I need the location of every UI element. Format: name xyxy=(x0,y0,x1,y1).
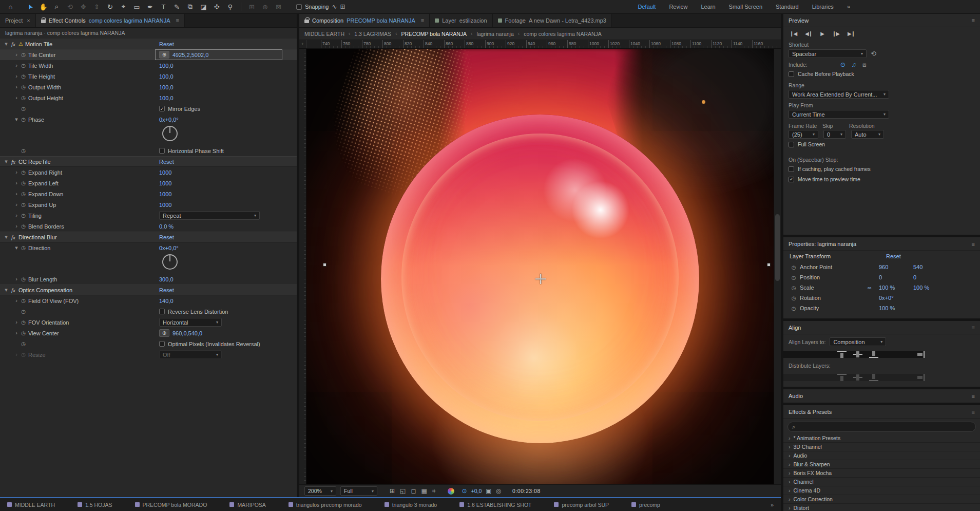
brush-tool-button[interactable]: ✎ xyxy=(170,1,183,12)
composition-canvas[interactable] xyxy=(306,49,774,484)
param-mirror-edges[interactable]: ◷✓Mirror Edges xyxy=(0,103,297,114)
twirl-icon[interactable]: › xyxy=(13,276,20,282)
panel-menu-icon[interactable]: ≡ xyxy=(972,393,975,399)
eraser-tool-button[interactable]: ◪ xyxy=(197,1,210,12)
stopwatch-icon[interactable]: ◷ xyxy=(20,330,27,336)
param-tile-height[interactable]: ›◷Tile Height100,0 xyxy=(0,71,297,82)
stopwatch-icon[interactable]: ◷ xyxy=(20,73,27,79)
snapping-toggle[interactable]: Snapping ∿ ⊞ xyxy=(296,3,345,10)
param-tile-width[interactable]: ›◷Tile Width100,0 xyxy=(0,60,297,71)
exposure-value[interactable]: +0,0 xyxy=(471,488,482,494)
preset-category-distort[interactable]: ›Distort xyxy=(783,504,980,511)
value-field[interactable]: 1000 xyxy=(159,169,171,176)
property-anchor-point[interactable]: ◷Anchor Point960540 xyxy=(783,262,980,272)
preset-category-boris-fx-mocha[interactable]: ›Boris FX Mocha xyxy=(783,469,980,478)
pixel-aspect-icon[interactable]: ⌗ xyxy=(432,487,436,495)
value-field[interactable]: 0x+0° xyxy=(879,295,894,301)
stopwatch-icon[interactable]: ◷ xyxy=(790,264,798,270)
stopwatch-icon[interactable]: ◷ xyxy=(20,309,27,314)
scrollbar-thumb[interactable] xyxy=(775,214,780,281)
cache-before-playback-checkbox[interactable]: Cache Before Playback xyxy=(783,69,980,79)
checkbox-box[interactable] xyxy=(159,341,165,347)
workspace-small-screen[interactable]: Small Screen xyxy=(729,4,762,10)
selection-tool-button[interactable]: ➤ xyxy=(24,1,36,12)
clone-stamp-tool-button[interactable]: ⧉ xyxy=(184,1,197,12)
value-field[interactable]: 300,0 xyxy=(159,276,174,282)
value-field[interactable]: 960,0,540,0 xyxy=(172,330,202,336)
roto-brush-tool-button[interactable]: ✣ xyxy=(210,1,223,12)
align-bottom-button[interactable] xyxy=(868,350,879,358)
twirl-icon[interactable]: › xyxy=(13,73,20,79)
next-frame-button[interactable]: ❙▶ xyxy=(832,31,839,36)
local-axis-button[interactable]: ⊞ xyxy=(245,1,258,12)
value-field[interactable]: 100,0 xyxy=(159,73,174,80)
view-axis-button[interactable]: ⊠ xyxy=(272,1,285,12)
twirl-down-icon[interactable]: ▾ xyxy=(3,287,9,293)
param-expand-down[interactable]: ›◷Expand Down1000 xyxy=(0,188,297,199)
workspace-standard[interactable]: Standard xyxy=(776,4,799,10)
value-field[interactable]: 4925,2,5002,0 xyxy=(172,52,208,58)
preset-category-cinema-4d[interactable]: ›Cinema 4D xyxy=(783,486,980,495)
twirl-icon[interactable]: › xyxy=(13,352,20,357)
tab-footage[interactable]: FootageA new Dawn - Letra_4423.mp3 xyxy=(493,14,612,27)
orbit-camera-tool-button[interactable]: ⟲ xyxy=(64,1,76,12)
puppet-pin-tool-button[interactable]: ⚲ xyxy=(224,1,237,12)
param-fov-orientation[interactable]: ›◷FOV OrientationHorizontal▾ xyxy=(0,317,297,328)
show-channel-icon[interactable] xyxy=(448,488,454,495)
panel-menu-icon[interactable]: ≡ xyxy=(176,17,179,24)
param-expand-up[interactable]: ›◷Expand Up1000 xyxy=(0,199,297,210)
angle-dial[interactable] xyxy=(162,126,178,141)
property-scale[interactable]: ◷Scale∞100 %100 % xyxy=(783,282,980,293)
rotation-tool-button[interactable]: ↻ xyxy=(104,1,117,12)
twirl-down-icon[interactable]: ▾ xyxy=(3,234,9,240)
breadcrumb-middle-earth[interactable]: MIDDLE EARTH xyxy=(304,31,344,37)
stopwatch-icon[interactable]: ◷ xyxy=(20,180,27,186)
include-overlays-icon[interactable]: ⧈ xyxy=(862,61,867,68)
twirl-icon[interactable]: › xyxy=(13,319,20,325)
last-frame-button[interactable]: ▶❙ xyxy=(848,31,855,36)
effects-presets-header[interactable]: Effects & Presets ≡ xyxy=(783,405,980,419)
twirl-icon[interactable]: › xyxy=(13,223,20,229)
stopwatch-icon[interactable]: ◷ xyxy=(20,63,27,68)
stopwatch-icon[interactable]: ◷ xyxy=(20,245,27,251)
resolution-dropdown[interactable]: Full ▾ xyxy=(340,486,377,496)
distribute-top-button[interactable] xyxy=(836,373,848,382)
layer-handle-left[interactable] xyxy=(323,263,326,267)
timeline-tab-precomp[interactable]: precomp xyxy=(631,502,660,508)
property-opacity[interactable]: ◷Opacity100 % xyxy=(783,303,980,313)
param-blur-length[interactable]: ›◷Blur Length300,0 xyxy=(0,274,297,285)
panel-menu-icon[interactable]: ≡ xyxy=(972,17,975,24)
twirl-icon[interactable]: › xyxy=(13,213,20,218)
stopwatch-icon[interactable]: ◷ xyxy=(20,298,27,304)
breadcrumb-1-3-lagrimas[interactable]: 1.3 LAGRIMAS xyxy=(354,31,391,37)
timeline-tab-precomp-arbol-sup[interactable]: precomp arbol SUP xyxy=(554,502,609,508)
point-picker-button[interactable]: ⊕ xyxy=(159,51,169,59)
choose-grid-icon[interactable]: ⊞ xyxy=(390,487,395,495)
preset-category-3d-channel[interactable]: ›3D Channel xyxy=(783,443,980,451)
range-dropdown[interactable]: Work Area Extended By Current... ▾ xyxy=(789,90,889,99)
align-vcenter-button[interactable] xyxy=(852,350,863,358)
effect-motion-tile-header[interactable]: ▾fx⚠Motion TileReset xyxy=(0,39,297,49)
skip-dropdown[interactable]: 0 ▾ xyxy=(823,130,846,139)
stopwatch-icon[interactable]: ◷ xyxy=(20,84,27,90)
tab-composition[interactable]: CompositionPRECOMP bola NARANJA≡ xyxy=(299,14,430,27)
stopwatch-icon[interactable]: ◷ xyxy=(790,306,798,311)
value-field[interactable]: 100,0 xyxy=(159,63,174,69)
link-icon[interactable]: ∞ xyxy=(868,285,872,291)
param-tiling[interactable]: ›◷TilingRepeat▾ xyxy=(0,210,297,221)
pan-behind-tool-button[interactable]: ⌖ xyxy=(117,1,130,12)
workspace-overflow-button[interactable]: » xyxy=(847,4,850,10)
twirl-icon[interactable]: › xyxy=(13,52,20,58)
point-picker-button[interactable]: ⊕ xyxy=(159,329,169,337)
effect-directional-blur-header[interactable]: ▾fxDirectional BlurReset xyxy=(0,232,297,242)
timeline-tab-1-6-establishing-shot[interactable]: 1.6 ESTABLISHING SHOT xyxy=(459,502,531,508)
checkbox-box[interactable] xyxy=(159,309,165,314)
full-screen-checkbox[interactable]: Full Screen xyxy=(783,139,980,149)
timeline-tab-triangulos-precomp-morado[interactable]: triangulos precomp morado xyxy=(289,502,362,508)
effects-search-field[interactable]: ⌕ xyxy=(787,422,976,432)
transparency-grid-icon[interactable]: ▦ xyxy=(421,487,427,495)
snap-features-icon[interactable]: ∿ xyxy=(332,3,337,10)
param-phase[interactable]: ▾◷Phase0x+0,0° xyxy=(0,114,297,125)
shape-tool-button[interactable]: ▭ xyxy=(130,1,143,12)
value-field[interactable]: 100,0 xyxy=(159,84,174,90)
